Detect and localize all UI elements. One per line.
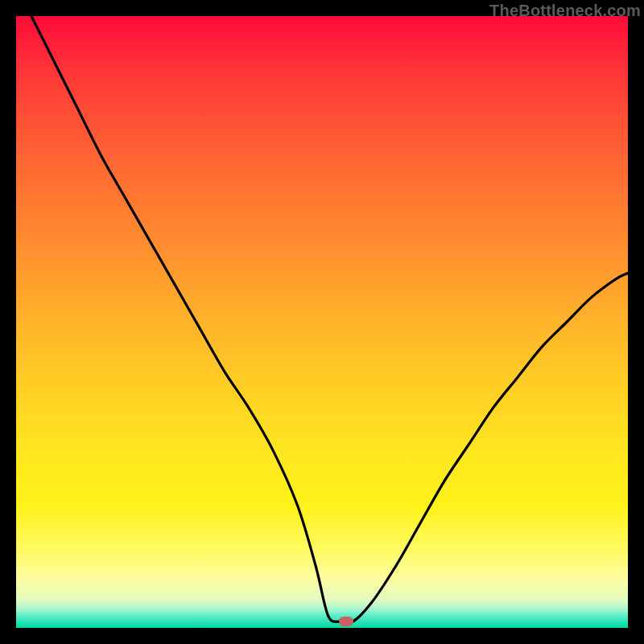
optimal-marker (339, 617, 353, 626)
curve-path (31, 16, 628, 623)
chart-frame: TheBottleneck.com (0, 0, 644, 644)
bottleneck-curve (16, 16, 628, 628)
